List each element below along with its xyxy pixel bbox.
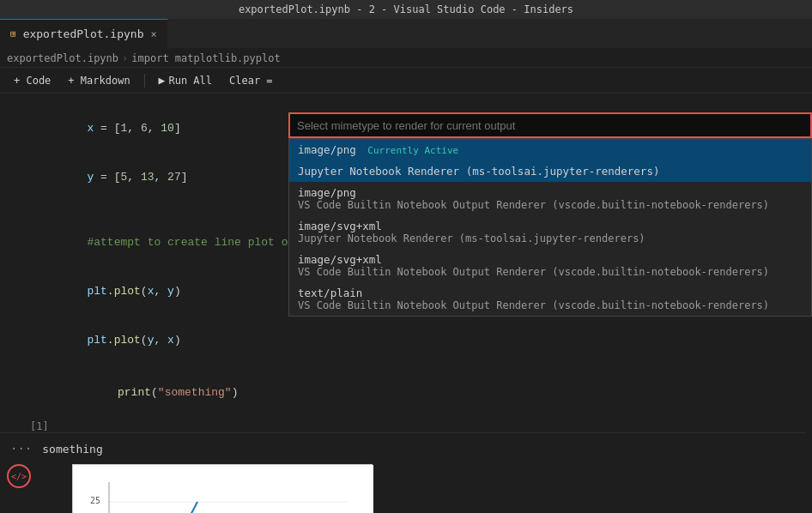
breadcrumb: exportedPlot.ipynb › import matplotlib.p…: [0, 49, 812, 68]
output-area: ··· something </> 0 5 10: [0, 432, 805, 513]
add-code-label: + Code: [14, 75, 51, 87]
item-main-1: Jupyter Notebook Renderer (ms-toolsai.ju…: [298, 165, 659, 178]
item-sub-5: VS Code Builtin Notebook Output Renderer…: [298, 299, 803, 311]
tab-notebook[interactable]: ⊞ exportedPlot.ipynb ×: [0, 19, 168, 49]
run-all-button[interactable]: ▶ Run All: [152, 72, 219, 88]
item-sub-2: VS Code Builtin Notebook Output Renderer…: [298, 199, 803, 211]
item-sub-3: Jupyter Notebook Renderer (ms-toolsai.ju…: [298, 232, 803, 244]
add-code-button[interactable]: + Code: [7, 73, 58, 88]
plot-svg: 0 5 10 15 20 25 0 5 10 15 20 25: [73, 465, 373, 513]
dropdown-list: image/png Currently Active Jupyter Noteb…: [288, 138, 812, 317]
item-main-3: image/svg+xml: [298, 220, 803, 232]
breadcrumb-item-1[interactable]: exportedPlot.ipynb: [7, 52, 118, 64]
tabbar: ⊞ exportedPlot.ipynb ×: [0, 19, 812, 49]
breadcrumb-item-2[interactable]: import matplotlib.pyplot: [131, 52, 280, 64]
dropdown-item-5[interactable]: text/plain VS Code Builtin Notebook Outp…: [289, 282, 811, 316]
breadcrumb-separator: ›: [122, 52, 128, 64]
code-line-6: plt.plot(y, x): [30, 316, 805, 365]
item-main-4: image/svg+xml: [298, 253, 803, 266]
titlebar: exportedPlot.ipynb - 2 - Visual Studio C…: [0, 0, 812, 19]
run-all-icon: ▶: [159, 74, 166, 87]
tab-label: exportedPlot.ipynb: [23, 27, 144, 40]
item-main-2: image/png: [298, 186, 803, 199]
code-line-print: print("something"): [30, 368, 805, 417]
titlebar-text: exportedPlot.ipynb - 2 - Visual Studio C…: [239, 3, 573, 15]
toolbar: + Code + Markdown ▶ Run All Clear =: [0, 68, 812, 94]
toolbar-separator: [144, 74, 145, 88]
add-markdown-label: + Markdown: [68, 75, 130, 87]
clear-label: Clear =: [229, 75, 273, 87]
dropdown-item-3[interactable]: image/svg+xml Jupyter Notebook Renderer …: [289, 215, 811, 249]
clear-button[interactable]: Clear =: [222, 73, 280, 88]
svg-rect-0: [73, 465, 373, 513]
item-main-0: image/png: [298, 143, 356, 156]
plot-output: 0 5 10 15 20 25 0 5 10 15 20 25: [72, 464, 373, 513]
svg-text:25: 25: [90, 496, 100, 505]
code-output-toggle[interactable]: </>: [7, 464, 31, 488]
item-sub-4: VS Code Builtin Notebook Output Renderer…: [298, 266, 803, 278]
mimetype-dropdown: image/png Currently Active Jupyter Noteb…: [288, 112, 812, 317]
dropdown-item-1[interactable]: Jupyter Notebook Renderer (ms-toolsai.ju…: [289, 160, 811, 182]
run-all-label: Run All: [168, 75, 212, 87]
item-main-5: text/plain: [298, 287, 803, 299]
output-dots-button[interactable]: ···: [7, 440, 35, 457]
add-markdown-button[interactable]: + Markdown: [61, 73, 136, 88]
search-box: [288, 112, 812, 138]
dropdown-item-2[interactable]: image/png VS Code Builtin Notebook Outpu…: [289, 182, 811, 215]
tab-close-button[interactable]: ×: [151, 28, 157, 40]
item-badge-0: Currently Active: [367, 145, 458, 156]
cell-number: [1]: [30, 420, 805, 432]
main-content: ▶ x = [1, 6, 10] y = [5, 13, 27] #attemp…: [0, 94, 812, 513]
dropdown-item-0[interactable]: image/png Currently Active: [289, 139, 811, 160]
code-icon: </>: [11, 472, 27, 481]
output-text: something: [42, 443, 102, 456]
mimetype-search-input[interactable]: [297, 119, 803, 132]
tab-icon: ⊞: [10, 28, 16, 39]
dropdown-item-4[interactable]: image/svg+xml VS Code Builtin Notebook O…: [289, 249, 811, 282]
